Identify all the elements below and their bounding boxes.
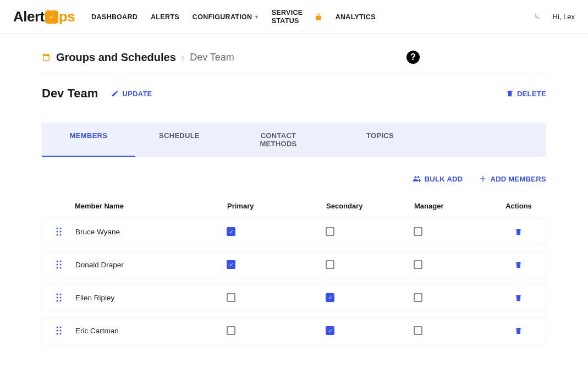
nav-dashboard[interactable]: DASHBOARD: [91, 13, 138, 21]
breadcrumb-main[interactable]: Groups and Schedules: [56, 51, 176, 64]
nav-service-status[interactable]: SERVICE STATUS: [272, 9, 322, 25]
svg-point-16: [57, 300, 58, 302]
lock-icon: [315, 13, 322, 21]
table-row: Ellen Ripley: [42, 284, 546, 311]
member-name: Ellen Ripley: [75, 294, 227, 302]
page-title: Dev Team: [42, 86, 98, 101]
checkbox-primary[interactable]: [227, 326, 235, 335]
main-nav: DASHBOARD ALERTS CONFIGURATION ▾ SERVICE…: [91, 9, 376, 25]
row-delete-button[interactable]: [514, 294, 523, 302]
svg-point-5: [60, 234, 62, 236]
tab-topics[interactable]: TOPICS: [333, 123, 427, 157]
member-name: Donald Draper: [75, 261, 227, 269]
plus-icon: [479, 175, 487, 183]
checkbox-manager[interactable]: [414, 326, 422, 335]
checkbox-secondary[interactable]: [326, 260, 334, 269]
nav-configuration-label: CONFIGURATION: [193, 13, 252, 21]
nav-service-status-label: SERVICE STATUS: [272, 9, 310, 25]
svg-point-20: [57, 330, 58, 332]
bulk-add-icon: [413, 174, 421, 183]
help-icon[interactable]: ?: [406, 51, 420, 64]
logo-suffix: ps: [59, 8, 75, 25]
drag-handle-icon[interactable]: [42, 326, 75, 335]
svg-point-1: [60, 228, 62, 229]
row-delete-button[interactable]: [514, 327, 523, 335]
svg-point-22: [57, 333, 58, 335]
table-body: Bruce WyaneDonald DraperEllen RipleyEric…: [42, 218, 546, 344]
logo[interactable]: Alert ps: [13, 8, 75, 25]
drag-handle-icon[interactable]: [42, 227, 75, 236]
th-actions: Actions: [491, 202, 546, 210]
bulk-add-label: BULK ADD: [425, 175, 463, 183]
tabs: MEMBERS SCHEDULE CONTACT METHODS TOPICS: [42, 123, 546, 157]
svg-point-4: [57, 234, 58, 236]
members-toolbar: BULK ADD ADD MEMBERS: [42, 157, 546, 194]
svg-point-0: [57, 228, 58, 229]
checkbox-manager[interactable]: [414, 227, 422, 236]
main-content: Groups and Schedules › Dev Team ? Dev Te…: [0, 34, 588, 372]
svg-point-12: [57, 294, 58, 295]
svg-point-14: [57, 297, 58, 299]
table-header: Member Name Primary Secondary Manager Ac…: [42, 194, 546, 218]
title-row: Dev Team UPDATE DELETE: [42, 74, 546, 106]
row-delete-button[interactable]: [514, 261, 523, 269]
checkbox-secondary[interactable]: [326, 227, 334, 236]
nav-analytics[interactable]: ANALYTICS: [336, 13, 376, 21]
svg-point-17: [60, 300, 62, 302]
add-members-label: ADD MEMBERS: [490, 175, 546, 183]
svg-point-2: [57, 231, 58, 233]
user-greeting[interactable]: Hi, Lex: [553, 13, 575, 21]
member-name: Bruce Wyane: [75, 228, 227, 236]
svg-point-8: [57, 264, 58, 266]
checkbox-secondary[interactable]: [326, 293, 334, 302]
nav-configuration[interactable]: CONFIGURATION ▾: [193, 13, 259, 21]
svg-point-7: [60, 261, 62, 262]
trash-icon: [506, 90, 514, 97]
th-member-name: Member Name: [75, 202, 227, 210]
svg-point-19: [60, 327, 62, 328]
drag-handle-icon[interactable]: [42, 293, 75, 302]
tab-contact-methods[interactable]: CONTACT METHODS: [223, 123, 333, 157]
breadcrumb-separator-icon: ›: [182, 52, 184, 62]
th-secondary: Secondary: [326, 202, 414, 210]
update-label: UPDATE: [122, 90, 152, 98]
checkbox-primary[interactable]: [227, 227, 235, 236]
dark-mode-icon[interactable]: [531, 12, 542, 23]
add-members-button[interactable]: ADD MEMBERS: [479, 174, 546, 183]
nav-alerts[interactable]: ALERTS: [151, 13, 179, 21]
th-manager: Manager: [414, 202, 491, 210]
tab-members[interactable]: MEMBERS: [42, 123, 135, 157]
checkbox-primary[interactable]: [227, 260, 235, 269]
table-row: Eric Cartman: [42, 317, 546, 344]
app-header: Alert ps DASHBOARD ALERTS CONFIGURATION …: [0, 0, 588, 34]
chevron-down-icon: ▾: [255, 14, 258, 20]
svg-point-10: [57, 267, 58, 269]
svg-point-15: [60, 297, 62, 299]
checkbox-secondary[interactable]: [326, 326, 334, 335]
breadcrumb: Groups and Schedules › Dev Team ?: [42, 47, 546, 74]
delete-button[interactable]: DELETE: [506, 90, 546, 98]
pencil-icon: [111, 90, 119, 97]
checkbox-manager[interactable]: [414, 293, 422, 302]
tab-schedule[interactable]: SCHEDULE: [135, 123, 223, 157]
bulk-add-button[interactable]: BULK ADD: [413, 174, 463, 183]
th-primary: Primary: [227, 202, 326, 210]
logo-badge-icon: [45, 10, 58, 24]
svg-point-18: [57, 327, 58, 328]
svg-point-3: [60, 231, 62, 233]
header-right: Hi, Lex: [531, 12, 575, 23]
svg-point-9: [60, 264, 62, 266]
svg-point-13: [60, 294, 62, 295]
member-name: Eric Cartman: [75, 327, 227, 335]
table-row: Donald Draper: [42, 251, 546, 278]
svg-point-23: [60, 333, 62, 335]
calendar-icon: [42, 53, 51, 62]
delete-label: DELETE: [517, 90, 546, 98]
drag-handle-icon[interactable]: [42, 260, 75, 269]
table-row: Bruce Wyane: [42, 218, 546, 245]
checkbox-primary[interactable]: [227, 293, 235, 302]
svg-point-21: [60, 330, 62, 332]
checkbox-manager[interactable]: [414, 260, 422, 269]
row-delete-button[interactable]: [514, 228, 523, 236]
update-button[interactable]: UPDATE: [111, 90, 152, 98]
